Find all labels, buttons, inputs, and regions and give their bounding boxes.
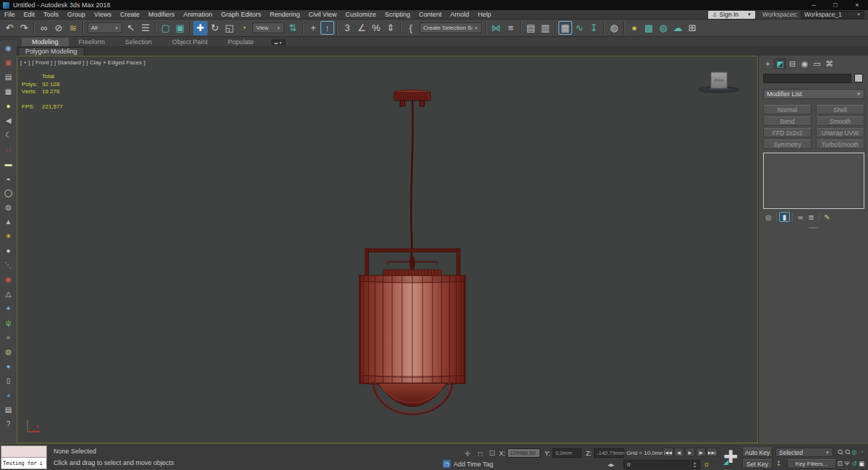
next-frame-button[interactable]: |▶ bbox=[696, 448, 706, 457]
pan-icon[interactable]: Ψ bbox=[843, 458, 851, 468]
close-button[interactable]: × bbox=[846, 1, 868, 10]
point-helper-object[interactable]: Point bbox=[699, 72, 739, 93]
selection-filter-dropdown[interactable]: All▼ bbox=[88, 22, 122, 33]
listener-macro-line[interactable] bbox=[1, 446, 46, 458]
compound-spheres-icon[interactable]: ◉ bbox=[1, 273, 15, 286]
pin-stack-icon[interactable]: ◎ bbox=[763, 212, 774, 222]
add-time-tag[interactable]: ◷ Add Time Tag bbox=[443, 460, 493, 468]
menu-animation[interactable]: Animation bbox=[179, 10, 216, 20]
teapot-icon[interactable]: ◍ bbox=[1, 200, 15, 214]
tab-create[interactable]: + bbox=[762, 58, 774, 69]
menu-help[interactable]: Help bbox=[473, 10, 495, 20]
slab-icon[interactable]: ▬ bbox=[1, 157, 15, 171]
rendered-frame-window-icon[interactable]: ▩ bbox=[642, 21, 656, 35]
menu-tools[interactable]: Tools bbox=[39, 10, 63, 20]
list-view-icon[interactable]: ▤ bbox=[1, 70, 15, 84]
go-to-start-button[interactable]: |◀◀ bbox=[663, 448, 673, 457]
sign-in-button[interactable]: ♙ Sign In ▼ bbox=[708, 11, 755, 19]
panel-splitter[interactable] bbox=[809, 227, 819, 228]
x-coordinate-field[interactable]: 129960,50 bbox=[507, 448, 540, 458]
snaps-toggle-3d-icon[interactable]: 3 bbox=[340, 21, 354, 35]
mirror-icon[interactable]: ⋈ bbox=[489, 21, 503, 35]
lamp-model[interactable]: Point x bbox=[17, 56, 757, 443]
render-setup-icon[interactable]: ● bbox=[627, 21, 642, 35]
maxscript-mini-listener[interactable]: Testing for i bbox=[1, 445, 47, 469]
ribbon-tab-freeform[interactable]: Freeform bbox=[69, 38, 116, 46]
go-to-end-button[interactable]: ▶▶| bbox=[707, 448, 718, 457]
viewport-menu-standard[interactable]: [ Standard ] bbox=[54, 59, 84, 66]
a360-gallery-icon[interactable]: ⊞ bbox=[685, 21, 699, 35]
select-by-name-icon[interactable]: ☰ bbox=[138, 21, 153, 35]
ribbon-tab-object-paint[interactable]: Object Paint bbox=[162, 38, 218, 46]
spreadsheet-icon[interactable]: ▦ bbox=[1, 85, 15, 98]
menu-arnold[interactable]: Arnold bbox=[446, 10, 473, 20]
modifier-button-unwrap-uvw[interactable]: Unwrap UVW bbox=[816, 128, 864, 137]
menu-graph-editors[interactable]: Graph Editors bbox=[216, 10, 265, 20]
menu-file[interactable]: File bbox=[0, 10, 20, 20]
show-end-result-icon[interactable]: ▮ bbox=[779, 212, 790, 222]
menu-customize[interactable]: Customize bbox=[341, 10, 380, 20]
select-and-manipulate-icon[interactable]: + bbox=[306, 21, 320, 35]
modifier-button-bend[interactable]: Bend bbox=[763, 116, 812, 126]
select-and-move-icon[interactable]: ✚ bbox=[193, 21, 208, 35]
key-filters-icon[interactable]: ‡ bbox=[777, 460, 780, 467]
named-selection-sets-dropdown[interactable]: Create Selection Se▼ bbox=[420, 22, 482, 33]
menu-views[interactable]: Views bbox=[90, 10, 116, 20]
maximize-viewport-icon[interactable]: ▣ bbox=[858, 458, 865, 468]
rain-icon[interactable]: ⋱ bbox=[1, 258, 15, 272]
render-in-cloud-icon[interactable]: ☁ bbox=[671, 21, 685, 35]
help-icon[interactable]: ? bbox=[1, 417, 15, 431]
orbit-icon[interactable]: ↺ bbox=[851, 458, 858, 468]
layer-explorer-icon[interactable]: ▥ bbox=[538, 21, 553, 35]
zoom-extents-all-icon[interactable]: ◔ bbox=[858, 447, 865, 456]
bind-to-spacewarp-icon[interactable]: ≋ bbox=[66, 21, 80, 35]
configure-modifier-sets-icon[interactable]: ✎ bbox=[822, 212, 833, 222]
ribbon-tab-modeling[interactable]: Modeling bbox=[22, 38, 69, 46]
viewport[interactable]: [ + ][ Front ][ Standard ][ Clay + Edged… bbox=[17, 56, 758, 443]
dome-icon[interactable]: ◒ bbox=[1, 171, 15, 185]
make-unique-icon[interactable]: ∞ bbox=[795, 212, 806, 222]
select-object-icon[interactable]: ↖ bbox=[124, 21, 138, 35]
helper-sphere-icon[interactable]: ◕ bbox=[1, 388, 15, 402]
percent-snap-icon[interactable]: % bbox=[369, 21, 383, 35]
minimize-button[interactable]: – bbox=[803, 1, 825, 10]
maximize-button[interactable]: □ bbox=[825, 1, 846, 10]
select-and-rotate-icon[interactable]: ↻ bbox=[208, 21, 222, 35]
tab-utilities[interactable]: ⌘ bbox=[823, 58, 835, 69]
select-and-place-icon[interactable]: ◔ bbox=[237, 21, 251, 35]
light-bulb-icon[interactable]: ● bbox=[1, 99, 15, 113]
polygon-modeling-panel[interactable]: Polygon Modeling bbox=[18, 47, 85, 56]
unlink-selection-icon[interactable]: ⊘ bbox=[51, 21, 66, 35]
play-button[interactable]: ▶ bbox=[685, 448, 695, 457]
undo-icon[interactable]: ↶ bbox=[2, 21, 17, 35]
sphere-icon[interactable]: ● bbox=[1, 244, 15, 257]
ribbon-tab-populate[interactable]: Populate bbox=[218, 38, 264, 46]
frame-spinner[interactable]: ▲▼ bbox=[693, 461, 697, 469]
absolute-offset-toggle-icon[interactable]: ⊡ bbox=[489, 449, 495, 457]
edit-named-selection-sets-icon[interactable]: { bbox=[404, 21, 418, 35]
scene-image-icon[interactable]: ▣ bbox=[1, 56, 15, 69]
align-icon[interactable]: ≡ bbox=[503, 21, 518, 35]
menu-content[interactable]: Content bbox=[414, 10, 446, 20]
cone-icon[interactable]: ▲ bbox=[1, 215, 15, 228]
bird-icon[interactable]: » bbox=[1, 330, 15, 344]
ribbon-toggle-icon[interactable]: ▦ bbox=[558, 21, 572, 35]
modifier-button-normal[interactable]: Normal bbox=[763, 105, 812, 114]
render-production-icon[interactable]: ◍ bbox=[656, 21, 671, 35]
menu-edit[interactable]: Edit bbox=[20, 10, 40, 20]
menu-create[interactable]: Create bbox=[116, 10, 144, 20]
menu-scripting[interactable]: Scripting bbox=[380, 10, 414, 20]
redo-icon[interactable]: ↷ bbox=[17, 21, 31, 35]
viewport-menu-general[interactable]: [ + ] bbox=[20, 59, 30, 66]
spinner-snap-icon[interactable]: ⇕ bbox=[383, 21, 398, 35]
select-and-scale-icon[interactable]: ◱ bbox=[222, 21, 237, 35]
ribbon-display-toggle[interactable]: ▬▼ bbox=[271, 39, 286, 46]
reference-coordinate-dropdown[interactable]: View▼ bbox=[252, 22, 284, 33]
tab-display[interactable]: ▭ bbox=[811, 58, 823, 69]
menu-modifiers[interactable]: Modifiers bbox=[144, 10, 179, 20]
menu-civil-view[interactable]: Civil View bbox=[305, 10, 341, 20]
audio-icon[interactable]: ◀ bbox=[1, 114, 15, 127]
y-coordinate-field[interactable]: 0,0mm bbox=[553, 448, 582, 458]
sign-in-caret-icon[interactable]: ▼ bbox=[747, 12, 752, 17]
scene-explorer-icon[interactable]: ▤ bbox=[524, 21, 538, 35]
